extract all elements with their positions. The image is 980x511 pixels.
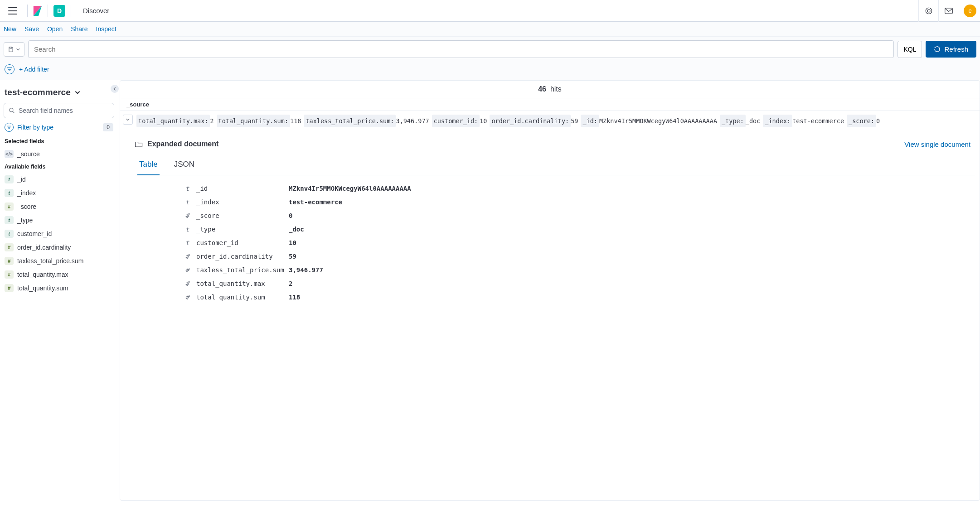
field-type-icon: # (184, 266, 190, 274)
field-key: _id (196, 185, 282, 192)
filter-icon (5, 123, 14, 132)
index-pattern-label: test-ecommerce (5, 87, 71, 97)
page-title: Discover (83, 7, 109, 14)
saved-queries-button[interactable] (4, 42, 24, 57)
mail-icon[interactable] (938, 0, 958, 22)
field-search-input[interactable]: Search field names (4, 103, 114, 118)
field-name: _source (17, 150, 40, 158)
number-type-icon: # (5, 243, 14, 251)
field-item[interactable]: t_index (4, 186, 114, 200)
field-type-icon: # (184, 294, 190, 301)
field-item[interactable]: t_id (4, 173, 114, 186)
source-type-icon: </> (5, 150, 14, 158)
user-avatar[interactable]: e (964, 5, 976, 17)
field-item[interactable]: #order_id.cardinality (4, 241, 114, 254)
doc-table-row[interactable]: t_type_doc (184, 222, 975, 236)
filter-menu-icon[interactable] (5, 64, 15, 74)
field-search-placeholder: Search field names (19, 107, 73, 114)
filter-by-type-label: Filter by type (17, 124, 53, 131)
source-key: taxless_total_price.sum: (304, 115, 396, 127)
selected-fields-header: Selected fields (4, 135, 114, 147)
doc-table-row[interactable]: tcustomer_id10 (184, 236, 975, 250)
chevron-down-icon (16, 47, 20, 52)
subnav-new[interactable]: New (4, 25, 16, 33)
menu-icon[interactable] (8, 7, 17, 14)
chevron-down-icon (126, 117, 130, 122)
field-item[interactable]: #total_quantity.max (4, 268, 114, 281)
collapse-sidebar-icon[interactable] (111, 85, 119, 93)
field-key: order_id.cardinality (196, 253, 282, 260)
filter-by-type-count: 0 (103, 123, 113, 131)
field-name: _index (17, 189, 36, 197)
field-value: 59 (289, 253, 296, 260)
field-name: customer_id (17, 230, 52, 237)
subnav-open[interactable]: Open (47, 25, 63, 33)
field-name: _score (17, 203, 36, 210)
index-pattern-selector[interactable]: test-ecommerce (4, 85, 114, 103)
field-value: test-ecommerce (289, 198, 342, 206)
subnav-share[interactable]: Share (71, 25, 87, 33)
field-value: 10 (289, 239, 296, 246)
filter-by-type-button[interactable]: Filter by type 0 (4, 118, 114, 135)
doc-tabs: Table JSON (135, 154, 975, 175)
query-input[interactable] (28, 40, 894, 58)
source-key: order_id.cardinality: (490, 115, 571, 127)
field-item[interactable]: t_type (4, 213, 114, 227)
kql-toggle[interactable]: KQL (898, 41, 922, 58)
field-item[interactable]: tcustomer_id (4, 227, 114, 241)
view-single-document-link[interactable]: View single document (904, 140, 970, 148)
divider (27, 5, 28, 17)
add-filter-button[interactable]: + Add filter (19, 66, 49, 73)
field-key: taxless_total_price.sum (196, 266, 282, 274)
results-panel: 46 hits _source total_quantity.max: 2 to… (120, 80, 980, 501)
expand-row-toggle[interactable] (123, 115, 133, 125)
number-type-icon: # (5, 257, 14, 265)
newsfeed-icon[interactable] (918, 0, 938, 22)
source-summary: total_quantity.max: 2 total_quantity.sum… (136, 115, 977, 127)
tab-json[interactable]: JSON (172, 154, 196, 175)
field-type-icon: # (184, 253, 190, 260)
subnav-save[interactable]: Save (24, 25, 39, 33)
field-item[interactable]: #total_quantity.sum (4, 281, 114, 295)
doc-table-row[interactable]: #order_id.cardinality59 (184, 250, 975, 263)
folder-open-icon (135, 140, 143, 148)
field-item[interactable]: #_score (4, 200, 114, 213)
hits-summary: 46 hits (120, 81, 980, 98)
doc-table-row[interactable]: t_indextest-ecommerce (184, 195, 975, 209)
field-key: _score (196, 212, 282, 219)
field-name: total_quantity.max (17, 271, 68, 278)
discover-subnav: New Save Open Share Inspect (0, 22, 980, 37)
field-type-icon: t (184, 239, 190, 246)
source-key: _score: (847, 115, 876, 127)
source-column-header[interactable]: _source (120, 98, 980, 111)
field-item[interactable]: #taxless_total_price.sum (4, 254, 114, 268)
source-key: _index: (763, 115, 792, 127)
subnav-inspect[interactable]: Inspect (96, 25, 116, 33)
source-key: _type: (720, 115, 746, 127)
doc-table-row[interactable]: t_idMZknv4Ir5MMOKWcegyW64l0AAAAAAAAA (184, 182, 975, 195)
expanded-document-label: Expanded document (147, 140, 218, 148)
field-value: 3,946.977 (289, 266, 323, 274)
hits-label: hits (550, 85, 562, 93)
source-value: test-ecommerce (792, 115, 844, 127)
tab-table[interactable]: Table (137, 154, 160, 175)
doc-table-row[interactable]: #taxless_total_price.sum3,946.977 (184, 263, 975, 277)
source-key: _id: (581, 115, 599, 127)
app-badge[interactable]: D (53, 5, 65, 17)
doc-table-row[interactable]: #total_quantity.sum118 (184, 290, 975, 304)
main-content: test-ecommerce Search field names Filter… (0, 80, 980, 501)
kibana-logo-icon[interactable] (33, 6, 42, 16)
divider (48, 5, 48, 17)
field-item[interactable]: </>_source (4, 147, 114, 161)
refresh-icon (934, 46, 941, 53)
source-value: 2 (210, 115, 213, 127)
refresh-button[interactable]: Refresh (926, 41, 976, 58)
doc-table-row[interactable]: #total_quantity.max2 (184, 277, 975, 290)
field-value: _doc (289, 226, 304, 233)
doc-table-row[interactable]: #_score0 (184, 209, 975, 222)
svg-rect-5 (10, 47, 12, 48)
field-key: customer_id (196, 239, 282, 246)
field-value: MZknv4Ir5MMOKWcegyW64l0AAAAAAAAA (289, 185, 411, 192)
document-row: total_quantity.max: 2 total_quantity.sum… (120, 111, 980, 134)
filter-bar: + Add filter (0, 62, 980, 80)
